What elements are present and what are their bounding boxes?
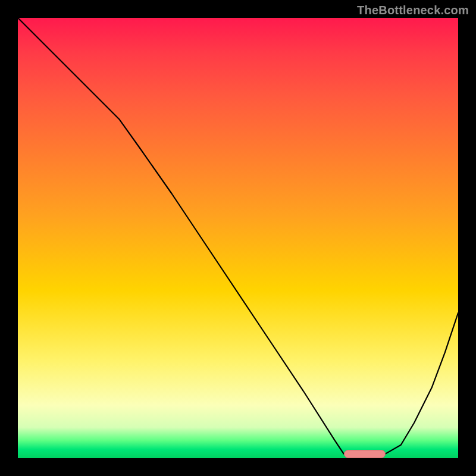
bottleneck-curve <box>18 18 458 454</box>
curve-layer <box>18 18 458 458</box>
optimal-range-marker <box>344 450 386 458</box>
watermark-text: TheBottleneck.com <box>357 4 469 17</box>
chart-frame: TheBottleneck.com <box>0 0 476 476</box>
plot-area <box>18 18 458 458</box>
